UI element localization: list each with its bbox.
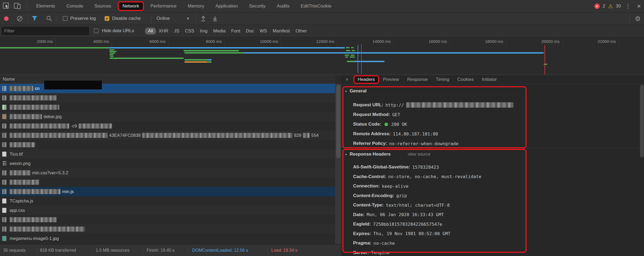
- section-divider: [342, 148, 640, 148]
- filter-type-xhr[interactable]: XHR: [159, 28, 168, 34]
- settings-gear-icon[interactable]: ⚙: [635, 15, 641, 22]
- export-har-icon[interactable]: [212, 16, 218, 21]
- inspect-element-icon[interactable]: [3, 2, 10, 10]
- preserve-log-checkbox[interactable]: [63, 16, 68, 21]
- tab-console[interactable]: Console: [66, 3, 83, 9]
- request-name: -c9: [71, 123, 77, 129]
- filter-type-media[interactable]: Media: [213, 28, 225, 34]
- filter-funnel-icon[interactable]: [32, 16, 38, 21]
- waterfall-bar: [109, 49, 114, 50]
- request-row[interactable]: -c9: [0, 121, 335, 131]
- filter-type-ws[interactable]: WS: [260, 28, 267, 34]
- filter-type-css[interactable]: CSS: [185, 28, 194, 34]
- record-button[interactable]: [4, 16, 9, 21]
- header-value: 200 OK: [391, 122, 407, 127]
- redacted-file-icon: [2, 95, 6, 100]
- error-count[interactable]: 2: [603, 3, 605, 9]
- throttling-dropdown[interactable]: Online: [157, 16, 170, 21]
- device-toolbar-icon[interactable]: [14, 2, 21, 10]
- close-devtools-icon[interactable]: ×: [635, 3, 641, 9]
- filter-type-manifest[interactable]: Manifest: [273, 28, 290, 34]
- details-tab-headers[interactable]: Headers: [353, 75, 379, 84]
- request-details-pane: ×HeadersPreviewResponseTimingCookiesInit…: [342, 75, 644, 256]
- request-row[interactable]: Tico.ttf: [0, 149, 335, 159]
- response-headers-section-header[interactable]: ▼Response Headersview source: [345, 152, 430, 157]
- network-overview-band[interactable]: [0, 46, 644, 75]
- tab-memory[interactable]: Memory: [188, 3, 204, 9]
- toolbar-separator: [27, 2, 27, 10]
- waterfall-bar: [346, 47, 350, 48]
- request-row[interactable]: [0, 224, 335, 234]
- request-row[interactable]: [0, 178, 335, 187]
- request-row[interactable]: TCaptcha.js: [0, 196, 335, 206]
- filter-type-js[interactable]: JS: [174, 28, 179, 34]
- tab-network[interactable]: Network: [118, 1, 144, 11]
- warning-count[interactable]: 30: [616, 3, 621, 9]
- request-row[interactable]: [0, 93, 335, 103]
- list-scrollbar[interactable]: [335, 84, 342, 244]
- error-badge-icon[interactable]: ×: [594, 3, 600, 9]
- filter-type-img[interactable]: Img: [200, 28, 208, 34]
- details-tab-cookies[interactable]: Cookies: [457, 77, 474, 82]
- filter-type-other[interactable]: Other: [295, 28, 307, 34]
- tab-sources[interactable]: Sources: [94, 3, 111, 9]
- request-row[interactable]: megamenu-image0-1.jpg: [0, 234, 335, 243]
- tab-performance[interactable]: Performance: [150, 3, 176, 9]
- details-tab-initiator[interactable]: Initiator: [482, 77, 497, 82]
- timeline-ruler[interactable]: 2000 ms4000 ms6000 ms8000 ms10000 ms1200…: [0, 37, 644, 46]
- header-value: Thu, 19 Nov 1981 08:52:00 GMT: [373, 231, 450, 236]
- filter-type-all[interactable]: All: [145, 28, 156, 35]
- close-details-icon[interactable]: ×: [346, 77, 349, 82]
- devtools-tabbar: ElementsConsoleSourcesNetworkPerformance…: [0, 0, 644, 13]
- header-name: Request Method:: [353, 112, 390, 117]
- request-name: 554: [311, 133, 319, 138]
- filter-type-doc[interactable]: Doc: [246, 28, 254, 34]
- general-section-header[interactable]: ▼General: [345, 88, 367, 94]
- tab-application[interactable]: Application: [216, 3, 238, 9]
- hide-data-urls-checkbox[interactable]: [94, 28, 99, 33]
- header-value: gzip: [396, 193, 407, 198]
- tab-elements[interactable]: Elements: [36, 3, 55, 9]
- waterfall-bar: [351, 47, 354, 48]
- view-source-link[interactable]: view source: [408, 152, 430, 157]
- filter-type-font[interactable]: Font: [231, 28, 240, 34]
- tab-audits[interactable]: Audits: [277, 3, 289, 9]
- request-row[interactable]: debar.jpg: [0, 112, 335, 121]
- request-row[interactable]: min.css?ver=5.3.2: [0, 168, 335, 178]
- details-tab-timing[interactable]: Timing: [436, 77, 449, 82]
- header-name: EagleId:: [353, 221, 371, 227]
- request-row[interactable]: [0, 103, 335, 112]
- request-row[interactable]: weixin.png: [0, 159, 335, 168]
- response-header-row: Date:Mon, 06 Jan 2020 16:33:43 GMT: [353, 212, 444, 217]
- redacted-url: [406, 102, 513, 108]
- list-scrollbar-thumb[interactable]: [336, 85, 340, 158]
- document-file-icon: [2, 198, 6, 204]
- redacted-text: [10, 180, 39, 185]
- response-header-row: Cache-Control:no-store, no-cache, must-r…: [353, 174, 481, 179]
- clear-icon[interactable]: [17, 16, 23, 22]
- search-icon[interactable]: [46, 16, 52, 21]
- details-tab-preview[interactable]: Preview: [383, 77, 399, 82]
- redacted-text: [10, 95, 57, 100]
- more-options-icon[interactable]: ⋮: [624, 3, 632, 9]
- tab-security[interactable]: Security: [249, 3, 265, 9]
- details-scrollbar-thumb[interactable]: [640, 85, 644, 157]
- import-har-icon[interactable]: [201, 16, 206, 21]
- request-row[interactable]: [0, 215, 335, 224]
- details-tab-response[interactable]: Response: [407, 77, 428, 82]
- header-value: no-store, no-cache, must-revalidate: [388, 174, 482, 179]
- chevron-down-icon[interactable]: ▼: [186, 16, 190, 21]
- preserve-log-label: Preserve log: [70, 16, 96, 21]
- filter-input[interactable]: [2, 27, 89, 35]
- request-row[interactable]: app.css: [0, 206, 335, 215]
- request-row[interactable]: [0, 140, 335, 149]
- request-row[interactable]: min.js: [0, 187, 335, 196]
- resource-type-filters: AllXHRJSCSSImgMediaFontDocWSManifestOthe…: [148, 25, 307, 37]
- response-header-row: Ali-Swift-Global-Savetime:1578328423: [353, 164, 439, 170]
- disable-cache-checkbox[interactable]: ✓: [105, 16, 109, 21]
- event-marker-line: [545, 45, 545, 74]
- warning-badge-icon[interactable]: ⚠: [608, 3, 613, 9]
- network-summary-bar: 35 requests818 KB transferred1.5 MB reso…: [0, 244, 342, 256]
- tab-editthiscookie[interactable]: EditThisCookie: [301, 3, 331, 9]
- request-row[interactable]: 43EA74FC0838828554: [0, 131, 335, 140]
